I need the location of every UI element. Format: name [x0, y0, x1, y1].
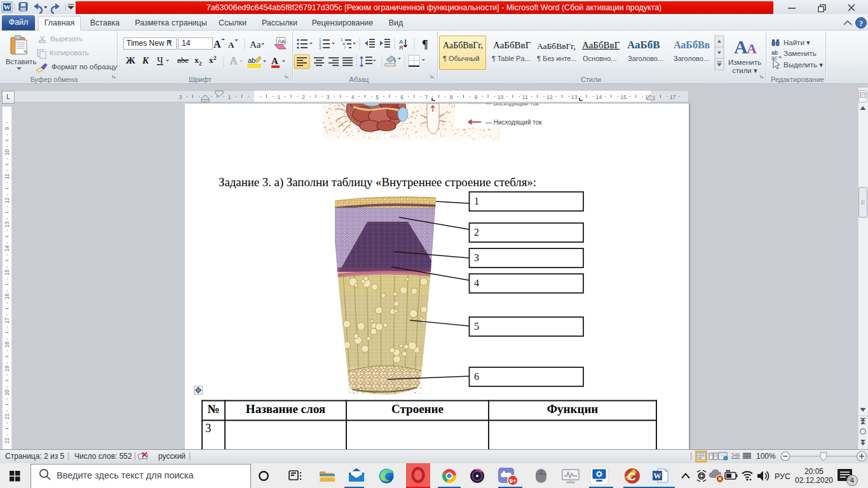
svg-text:3: 3	[474, 252, 479, 263]
svg-text:2: 2	[474, 227, 479, 238]
svg-text:1: 1	[474, 196, 479, 207]
svg-text:6: 6	[474, 371, 479, 382]
svg-text:— Нисходящий ток: — Нисходящий ток	[485, 119, 542, 126]
svg-text:5: 5	[474, 321, 479, 332]
svg-text:4: 4	[474, 278, 479, 288]
svg-text:— Восходящий ток: — Восходящий ток	[485, 100, 539, 107]
